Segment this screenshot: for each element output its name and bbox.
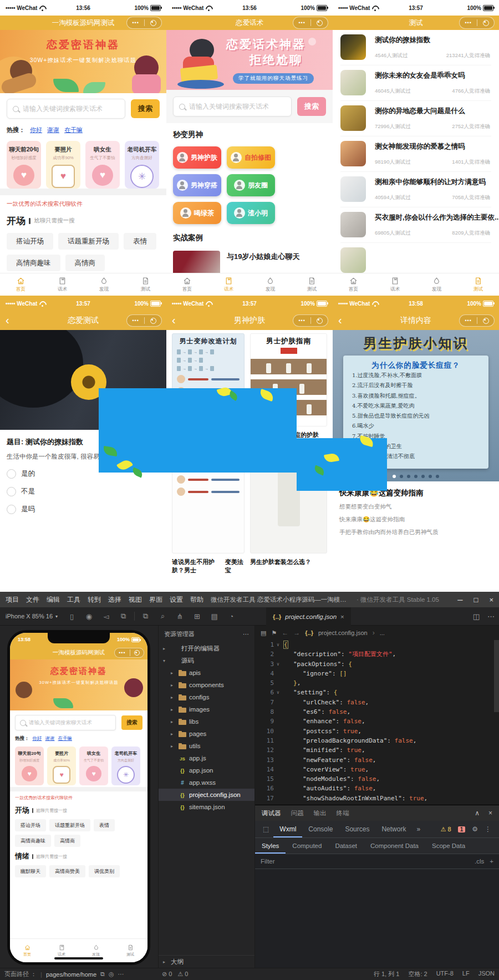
category-card[interactable]: 聊天前20句 秒增加好感度 xyxy=(15,747,44,785)
panel-tab-problems[interactable]: 问题 xyxy=(291,809,304,817)
tree-row[interactable]: ▸ utils xyxy=(159,740,254,752)
topic-button[interactable]: 高情商 xyxy=(54,835,80,847)
topic-button[interactable]: 话题重新开场 xyxy=(49,819,90,831)
fold-icon[interactable] xyxy=(277,774,284,784)
search-button[interactable]: 搜索 xyxy=(131,99,160,118)
fold-icon[interactable] xyxy=(277,736,284,745)
branch-icon[interactable]: ⋔ xyxy=(171,612,189,621)
panel-tab-terminal[interactable]: 终端 xyxy=(337,809,349,817)
feature-button[interactable]: 男神护肤 xyxy=(173,146,221,169)
menu-item[interactable]: 选择 xyxy=(108,595,121,605)
tree-row[interactable]: ▾ 源码 xyxy=(159,654,254,667)
save-icon[interactable]: ▤ xyxy=(206,612,223,621)
tab-item[interactable]: 话术 xyxy=(208,273,249,296)
topic-button[interactable]: 表情 xyxy=(124,233,156,250)
tree-row[interactable]: project.config.json xyxy=(159,789,254,801)
back-icon[interactable]: ‹ xyxy=(338,314,342,326)
warning-badge[interactable]: ⚠8 xyxy=(441,826,451,833)
profile-icon[interactable]: ◔ xyxy=(223,612,240,621)
collapse-icon[interactable]: ∧ xyxy=(475,809,480,817)
fold-icon[interactable] xyxy=(277,727,284,736)
tab-item[interactable]: 测试 xyxy=(291,273,333,296)
carousel-dot[interactable] xyxy=(407,475,410,478)
minimize-button[interactable]: ─ xyxy=(457,596,462,604)
tree-row[interactable]: app.wxss xyxy=(159,776,254,789)
copy-icon[interactable]: ⧉ xyxy=(100,971,105,978)
fold-icon[interactable]: ∨ xyxy=(277,659,284,669)
search-icon[interactable]: ⌕ xyxy=(154,612,171,621)
fold-icon[interactable] xyxy=(277,649,284,659)
radio-icon[interactable] xyxy=(7,469,16,479)
fold-icon[interactable] xyxy=(277,669,284,678)
wechat-capsule[interactable]: ••• xyxy=(126,17,162,29)
fold-icon[interactable] xyxy=(277,755,284,765)
fold-icon[interactable] xyxy=(277,707,284,717)
carousel-dot[interactable] xyxy=(414,475,417,478)
tree-row[interactable]: app.json xyxy=(159,764,254,776)
encoding[interactable]: UTF-8 xyxy=(436,970,454,978)
more-tabs-icon[interactable]: » xyxy=(412,825,425,833)
topic-button[interactable]: 高情商趣味 xyxy=(15,835,51,847)
tree-row[interactable]: ▸ components xyxy=(159,679,254,691)
category-card[interactable]: 老司机开车 方向盘握好 xyxy=(125,141,159,189)
tab-item[interactable]: 测试 xyxy=(457,273,499,296)
code-editor[interactable]: 1 ∨ { 2 "description": "项目配置文件", 3 ∨ "pa… xyxy=(255,640,499,805)
editor-tab[interactable]: {..} project.config.json × xyxy=(266,607,351,626)
outline-icon[interactable]: ▤ xyxy=(261,629,266,637)
tab-close-icon[interactable]: × xyxy=(340,613,344,620)
menu-item[interactable]: 编辑 xyxy=(47,595,60,605)
back-icon[interactable]: ‹ xyxy=(6,314,9,326)
panel-tab-debugger[interactable]: 调试器 xyxy=(262,809,281,817)
tree-row[interactable]: ▸ configs xyxy=(159,691,254,703)
test-list-item[interactable]: 测女神能发现你的爱慕之情吗 98190人测试过 1401人觉得准确 xyxy=(340,136,491,172)
home-banner[interactable]: 恋爱密语神器 30W+撩妹话术一键复制解决尬聊话题 xyxy=(0,30,166,93)
menu-item[interactable]: 视图 xyxy=(129,595,142,605)
test-list-item[interactable]: 测相亲中你能够顺利的让对方满意吗 40594人测试过 7058人觉得准确 xyxy=(340,172,491,207)
editor-scrollbar[interactable] xyxy=(494,640,499,712)
fold-icon[interactable] xyxy=(277,784,284,793)
hot-keyword-link[interactable]: 你好 xyxy=(30,126,42,134)
explorer-more-icon[interactable]: ⋯ xyxy=(243,631,249,638)
tab-item[interactable]: 首页 xyxy=(10,939,44,962)
quiz-option[interactable]: 是吗 xyxy=(7,505,160,514)
wechat-capsule[interactable]: ••• xyxy=(293,17,328,29)
radio-icon[interactable] xyxy=(7,505,16,514)
close-button[interactable]: × xyxy=(489,596,493,604)
back-icon[interactable]: ‹ xyxy=(172,314,176,326)
feature-button[interactable]: 朋友圈 xyxy=(227,174,275,196)
tab-scope-data[interactable]: Scope Data xyxy=(425,838,472,854)
tab-item[interactable]: 发现 xyxy=(249,273,291,296)
carousel-dot[interactable] xyxy=(429,475,432,478)
menu-item[interactable]: 帮助 xyxy=(190,595,203,605)
test-list-item[interactable]: 测你未来的女友会是乖乖女吗 46045人测试过 4766人觉得准确 xyxy=(340,65,491,101)
kebab-icon[interactable]: ⋮ xyxy=(485,825,491,833)
breadcrumb-more[interactable]: ... xyxy=(380,629,385,636)
test-list-item[interactable]: 买衣服时,你会以什么作为选择的主要依... 69805人测试过 8209人觉得准… xyxy=(340,207,491,243)
tab-item[interactable]: 话术 xyxy=(374,273,416,296)
menu-item[interactable]: 项目 xyxy=(6,595,19,605)
error-badge[interactable]: 1 xyxy=(458,826,466,832)
wechat-capsule[interactable]: ••• xyxy=(459,314,495,327)
tab-item[interactable]: 首页 xyxy=(0,273,42,296)
path-more-icon[interactable]: ⋯ xyxy=(118,971,124,978)
simulator-screen[interactable]: 13:58 100% 一淘模板源码网测试 ••• 恋爱密语神器 30W+撩妹话术… xyxy=(10,633,147,962)
nav-back-icon[interactable]: ← xyxy=(282,629,288,637)
fold-icon[interactable]: ∨ xyxy=(277,688,284,697)
simulator-icon[interactable]: ▯ xyxy=(63,612,80,621)
clipboard-icon[interactable]: ⧉ xyxy=(137,612,154,621)
tab-wxml[interactable]: Wxml xyxy=(273,821,302,837)
category-card[interactable]: 老司机开车 方向盘握好 xyxy=(111,747,140,785)
tab-item[interactable]: 测试 xyxy=(113,939,147,962)
feature-button[interactable]: 喝绿茶 xyxy=(173,202,221,224)
mute-icon[interactable]: ◅ xyxy=(98,612,115,621)
test-list-item[interactable]: 测试你的撩妹指数 4546人测试过 213241人觉得准确 xyxy=(340,30,491,65)
topic-button[interactable]: 话题重新开场 xyxy=(58,233,119,250)
test-list-item[interactable]: 测你的异地恋最大问题是什么 72996人测试过 2752人觉得准确 xyxy=(340,101,491,136)
page-path-value[interactable]: pages/home/home xyxy=(46,971,96,978)
topic-button[interactable]: 搭讪开场 xyxy=(15,819,46,831)
category-card[interactable]: 要照片 成功率90% xyxy=(47,747,76,785)
search-button[interactable]: 搜索 xyxy=(121,715,142,730)
carousel-dot[interactable] xyxy=(436,475,439,478)
cursor-position[interactable]: 行 1, 列 1 xyxy=(374,970,399,978)
device-selector[interactable]: iPhone X 85% 16▾ xyxy=(0,613,63,620)
